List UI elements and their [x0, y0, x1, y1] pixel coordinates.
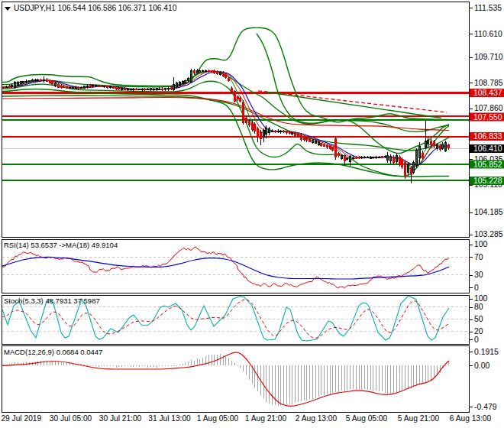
- svg-text:0: 0: [474, 284, 479, 292]
- svg-text:30 Jul 21:00: 30 Jul 21:00: [99, 414, 142, 423]
- svg-text:100: 100: [474, 294, 488, 303]
- svg-text:103.285: 103.285: [474, 230, 503, 238]
- svg-text:MACD(12,26,9) 0.0684 0.0447: MACD(12,26,9) 0.0684 0.0447: [4, 348, 102, 356]
- svg-text:108.785: 108.785: [474, 79, 503, 87]
- svg-text:0: 0: [474, 336, 479, 344]
- svg-text:104.185: 104.185: [474, 208, 503, 216]
- svg-text:2 Aug 13:00: 2 Aug 13:00: [296, 414, 338, 423]
- svg-text:0.1915: 0.1915: [474, 348, 499, 356]
- svg-text:1 Aug 21:00: 1 Aug 21:00: [245, 414, 287, 423]
- svg-text:5 Aug 05:00: 5 Aug 05:00: [346, 414, 388, 423]
- svg-text:107.860: 107.860: [474, 104, 503, 112]
- svg-text:105.852: 105.852: [473, 160, 502, 169]
- svg-text:70: 70: [474, 253, 483, 261]
- svg-text:105.228: 105.228: [473, 177, 502, 185]
- svg-text:111.535: 111.535: [474, 4, 502, 12]
- svg-text:Stoch(5,3,3) 48.7931 37.5987: Stoch(5,3,3) 48.7931 37.5987: [4, 297, 100, 305]
- svg-text:USDJPY,H1 106.544 106.586 106: USDJPY,H1 106.544 106.586 106.371 106.41…: [14, 4, 177, 12]
- svg-text:106.410: 106.410: [473, 144, 502, 153]
- svg-text:-0.479: -0.479: [474, 403, 497, 411]
- svg-text:20: 20: [474, 327, 483, 336]
- svg-text:29 Jul 2019: 29 Jul 2019: [1, 414, 41, 423]
- svg-text:30: 30: [474, 271, 483, 279]
- svg-text:100: 100: [474, 240, 488, 248]
- svg-text:0.00: 0.00: [474, 362, 489, 370]
- svg-text:50: 50: [474, 315, 483, 323]
- svg-text:108.437: 108.437: [473, 89, 502, 97]
- svg-text:110.610: 110.610: [474, 30, 502, 38]
- svg-text:6 Aug 13:00: 6 Aug 13:00: [450, 414, 492, 423]
- svg-text:30 Jul 05:00: 30 Jul 05:00: [50, 414, 92, 423]
- svg-text:RSI(14) 53.6537 ->MA(18) 49.9: RSI(14) 53.6537 ->MA(18) 49.9104: [4, 241, 118, 249]
- svg-text:109.710: 109.710: [474, 53, 503, 61]
- svg-text:1 Aug 05:00: 1 Aug 05:00: [197, 414, 239, 423]
- svg-text:80: 80: [474, 303, 483, 311]
- svg-text:5 Aug 21:00: 5 Aug 21:00: [398, 414, 440, 423]
- svg-text:31 Jul 13:00: 31 Jul 13:00: [148, 414, 191, 423]
- svg-text:106.833: 106.833: [473, 132, 502, 141]
- svg-text:107.550: 107.550: [473, 113, 502, 122]
